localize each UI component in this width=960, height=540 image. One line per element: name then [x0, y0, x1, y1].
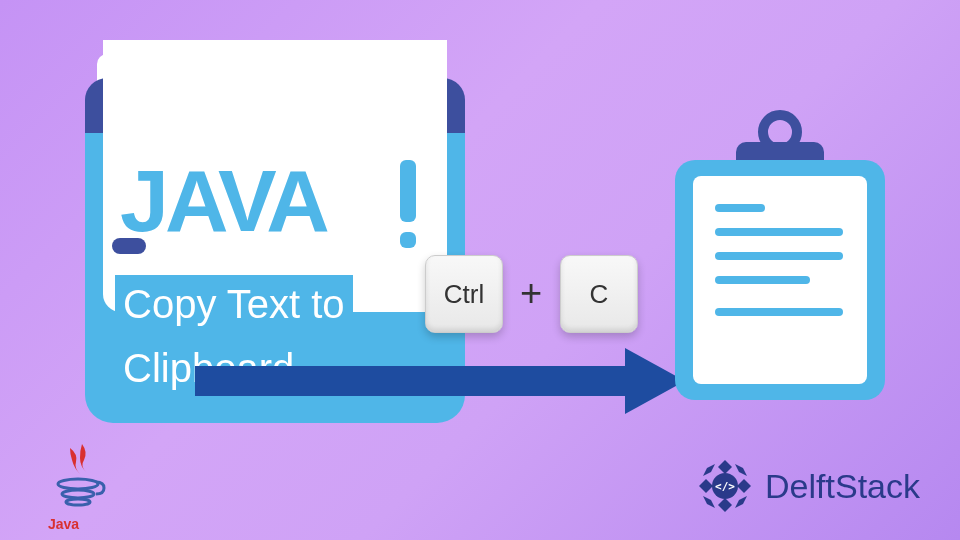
- exclamation-bar: [400, 160, 416, 222]
- svg-marker-6: [699, 479, 713, 493]
- clipboard-line: [715, 276, 810, 284]
- title-line-1: Copy Text to: [115, 275, 353, 333]
- ctrl-key-label: Ctrl: [444, 279, 484, 310]
- clipboard-icon: [675, 120, 885, 400]
- clipboard-line: [715, 204, 765, 212]
- delftstack-logo: </> DelftStack: [695, 456, 920, 516]
- arrow-icon: [195, 348, 685, 413]
- java-logo-label: Java: [48, 516, 79, 532]
- clipboard-line: [715, 308, 843, 316]
- java-logo-icon: [50, 440, 110, 520]
- svg-marker-4: [737, 479, 751, 493]
- svg-point-0: [58, 479, 98, 489]
- clipboard-paper: [693, 176, 867, 384]
- svg-text:</>: </>: [715, 480, 735, 493]
- ctrl-key: Ctrl: [425, 255, 503, 333]
- delftstack-label: DelftStack: [765, 467, 920, 506]
- c-key: C: [560, 255, 638, 333]
- clipboard-line: [715, 252, 843, 260]
- svg-marker-5: [718, 498, 732, 512]
- java-decoration-dot: [112, 238, 146, 254]
- svg-marker-7: [735, 464, 747, 476]
- svg-marker-3: [718, 460, 732, 474]
- svg-marker-8: [735, 496, 747, 508]
- exclamation-dot: [400, 232, 416, 248]
- svg-marker-10: [703, 464, 715, 476]
- arrow-shaft: [195, 366, 625, 396]
- svg-point-1: [62, 490, 94, 498]
- svg-point-2: [66, 499, 90, 505]
- c-key-label: C: [590, 279, 609, 310]
- java-heading: JAVA: [120, 150, 326, 252]
- plus-symbol: +: [520, 272, 542, 315]
- clipboard-line: [715, 228, 843, 236]
- delftstack-emblem-icon: </>: [695, 456, 755, 516]
- svg-marker-9: [703, 496, 715, 508]
